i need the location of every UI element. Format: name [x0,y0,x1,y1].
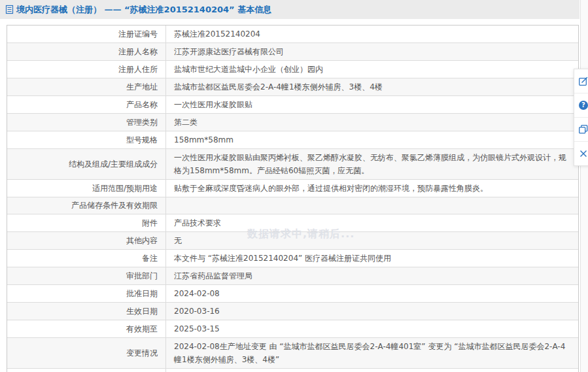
info-table: 注册证编号苏械注准20152140204注册人名称江苏开源康达医疗器械有限公司注… [7,25,579,372]
table-row: 附件产品技术要求 [7,214,578,232]
row-value: 贴敷于全麻或深度昏迷病人的眼外部，通过提供相对密闭的潮湿环境，预防暴露性角膜炎。 [166,180,578,197]
row-value: 盐城市世纪大道盐城中小企业（创业）园内 [166,61,578,78]
row-value: 2024-02-08生产地址变更 由 “盐城市盐都区益民居委会2-A-4幢401… [166,338,578,368]
row-label: 注 [7,369,166,372]
row-value: 2020-03-16 [166,303,578,320]
row-label-text: 注册人住所 [118,64,158,75]
row-value: 2024-02-08 [166,285,578,302]
edit-icon [578,76,588,86]
table-row: 产品储存条件及有效期限 [7,197,578,214]
row-label: 产品名称 [7,96,166,113]
row-value: 江苏省药品监督管理局 [166,267,578,284]
row-label-text: 批准日期 [126,288,158,299]
row-label: 型号规格 [7,131,166,148]
row-label: 注册证编号 [7,25,166,42]
row-label: 管理类别 [7,114,166,131]
close-button[interactable] [574,142,588,165]
table-row: 变更情况2024-02-08生产地址变更 由 “盐城市盐都区益民居委会2-A-4… [7,338,578,369]
row-label-text: 生产地址 [126,82,158,93]
table-row: 管理类别第二类 [7,114,578,131]
table-row: 结构及组成/主要组成成分一次性医用水凝胶眼贴由聚丙烯衬板、聚乙烯醇水凝胶、无纺布… [7,149,578,180]
row-label: 批准日期 [7,285,166,302]
table-row: 生产地址盐城市盐都区益民居委会2-A-4幢1楼东侧外辅房、3楼、4楼 [7,78,578,96]
table-row: 批准日期2024-02-08 [7,285,578,303]
row-label: 注册人名称 [7,43,166,60]
row-label-text: 结构及组成/主要组成成分 [69,159,158,170]
table-row: 产品名称一次性医用水凝胶眼贴 [7,96,578,114]
row-value: 158mm*58mm [166,131,578,148]
row-value: 第二类 [166,114,578,131]
row-label-text: 注册证编号 [118,29,158,40]
page-header: 境内医疗器械（注册） —— “苏械注准20152140204” 基本信息 [0,0,579,19]
table-row: 注详情 [7,369,578,372]
table-row: 注册证编号苏械注准20152140204 [7,25,578,43]
row-label: 审批部门 [7,267,166,284]
row-label-text: 适用范围/预期用途 [92,183,158,194]
row-value: 无 [166,232,578,249]
row-value: 本文件与 “苏械注准20152140204” 医疗器械注册证共同使用 [166,250,578,267]
row-label: 其他内容 [7,232,166,249]
row-label: 注册人住所 [7,61,166,78]
row-label-text: 变更情况 [126,348,158,359]
row-value: 苏械注准20152140204 [166,25,578,42]
row-label: 结构及组成/主要组成成分 [7,149,166,179]
row-label: 产品储存条件及有效期限 [7,197,166,214]
scrollbar[interactable] [580,0,588,372]
row-value: 2025-03-15 [166,320,578,337]
row-label-text: 生效日期 [126,306,158,317]
copy-icon [578,124,588,135]
table-row: 其他内容无 [7,232,578,250]
detail-link[interactable]: 详情 [166,369,578,372]
page-title: 境内医疗器械（注册） —— “苏械注准20152140204” 基本信息 [16,4,271,16]
row-label-text: 有效期至 [126,324,158,335]
row-label-text: 备注 [142,253,158,264]
row-value: 一次性医用水凝胶眼贴 [166,96,578,113]
side-toolbar: ? [574,69,588,166]
document-icon [5,5,14,14]
close-icon [579,149,588,158]
row-label: 变更情况 [7,338,166,368]
row-label: 生效日期 [7,303,166,320]
table-row: 审批部门江苏省药品监督管理局 [7,267,578,285]
row-label-text: 其他内容 [126,235,158,246]
row-label-text: 审批部门 [126,271,158,282]
table-row: 有效期至2025-03-15 [7,320,578,338]
table-row: 适用范围/预期用途贴敷于全麻或深度昏迷病人的眼外部，通过提供相对密闭的潮湿环境，… [7,180,578,197]
edit-button[interactable] [574,69,588,93]
table-row: 型号规格158mm*58mm [7,131,578,149]
row-label-text: 型号规格 [126,135,158,146]
row-value: 盐城市盐都区益民居委会2-A-4幢1楼东侧外辅房、3楼、4楼 [166,78,578,95]
svg-text:?: ? [581,101,585,109]
row-value [166,197,578,214]
copy-button[interactable] [574,118,588,142]
row-label: 附件 [7,214,166,231]
row-label-text: 管理类别 [126,117,158,128]
row-value: 产品技术要求 [166,214,578,231]
row-label: 备注 [7,250,166,267]
row-label: 有效期至 [7,320,166,337]
table-row: 注册人住所盐城市世纪大道盐城中小企业（创业）园内 [7,61,578,78]
row-label-text: 产品储存条件及有效期限 [71,200,158,211]
table-row: 生效日期2020-03-16 [7,303,578,320]
row-label-text: 注册人名称 [118,46,158,58]
help-button[interactable]: ? [574,93,588,118]
help-icon: ? [578,100,588,110]
row-value: 一次性医用水凝胶眼贴由聚丙烯衬板、聚乙烯醇水凝胶、无纺布、聚氯乙烯薄膜组成，为仿… [166,149,578,179]
table-row: 注册人名称江苏开源康达医疗器械有限公司 [7,43,578,61]
row-label-text: 附件 [142,218,158,229]
row-label: 适用范围/预期用途 [7,180,166,197]
table-row: 备注本文件与 “苏械注准20152140204” 医疗器械注册证共同使用 [7,250,578,267]
row-label: 生产地址 [7,78,166,95]
row-label-text: 产品名称 [126,99,158,110]
row-value: 江苏开源康达医疗器械有限公司 [166,43,578,60]
